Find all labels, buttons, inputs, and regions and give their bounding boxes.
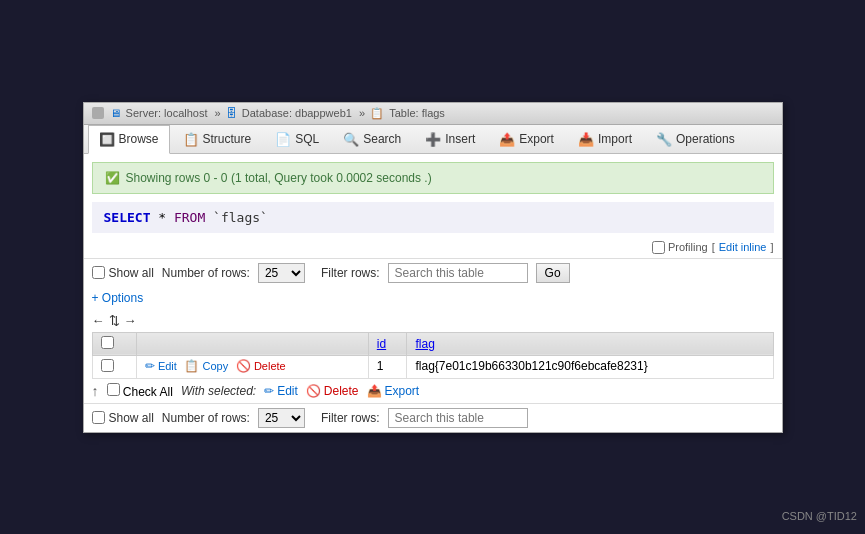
sort-id-link[interactable]: id (377, 337, 386, 351)
navbar: 🔲 Browse 📋 Structure 📄 SQL 🔍 Search ➕ In… (84, 125, 782, 154)
sql-icon: 📄 (275, 132, 291, 147)
ws-edit-button[interactable]: ✏ Edit (264, 384, 298, 398)
row-checkbox[interactable] (101, 359, 114, 372)
structure-icon: 📋 (183, 132, 199, 147)
nav-sql[interactable]: 📄 SQL (264, 125, 330, 153)
up-arrow-icon: ↑ (92, 383, 99, 399)
row-flag-value: flag{7e01c19b66330b121c90f6ebcafe8231} (415, 359, 647, 373)
ws-export-button[interactable]: 📤 Export (367, 384, 420, 398)
th-checkbox (92, 332, 136, 355)
rows-select-top[interactable]: 25 50 100 250 500 (258, 263, 305, 283)
main-window: 🖥 Server: localhost » 🗄 Database: dbappw… (83, 102, 783, 433)
delete-row-icon[interactable]: 🚫 (236, 359, 251, 373)
nav-sql-label: SQL (295, 132, 319, 146)
filter-input-bottom[interactable] (388, 408, 528, 428)
nav-import[interactable]: 📥 Import (567, 125, 643, 153)
success-text: Showing rows 0 - 0 (1 total, Query took … (126, 171, 432, 185)
row-id-value: 1 (377, 359, 384, 373)
with-selected-label: With selected: (181, 384, 256, 398)
show-all-bottom-label: Show all (92, 411, 154, 425)
number-of-rows-bottom-label: Number of rows: (162, 411, 250, 425)
data-table-wrapper: id flag ✏ Edit (84, 332, 782, 379)
check-all-label: Check All (107, 383, 173, 399)
operations-icon: 🔧 (656, 132, 672, 147)
options-link[interactable]: + Options (92, 291, 144, 305)
nav-operations[interactable]: 🔧 Operations (645, 125, 746, 153)
arrow-left[interactable]: ← (92, 313, 105, 328)
th-actions (136, 332, 368, 355)
sql-query-display: SELECT * FROM `flags` (92, 202, 774, 233)
sort-icon[interactable]: ⇅ (109, 313, 120, 328)
copy-row-link[interactable]: Copy (203, 360, 229, 372)
nav-import-label: Import (598, 132, 632, 146)
sql-from-keyword: FROM (174, 210, 205, 225)
sort-flag-link[interactable]: flag (415, 337, 434, 351)
nav-arrows: ← ⇅ → (84, 309, 782, 332)
table-link[interactable]: 📋 Table: flags (370, 107, 447, 119)
go-button-top[interactable]: Go (536, 263, 570, 283)
with-selected-row: ↑ Check All With selected: ✏ Edit 🚫 Dele… (84, 379, 782, 403)
profiling-checkbox[interactable] (652, 241, 665, 254)
table-header-row: id flag (92, 332, 773, 355)
nav-structure[interactable]: 📋 Structure (172, 125, 263, 153)
arrow-right[interactable]: → (124, 313, 137, 328)
content-area: ✅ Showing rows 0 - 0 (1 total, Query too… (84, 162, 782, 432)
sql-star: * (158, 210, 174, 225)
import-icon: 📥 (578, 132, 594, 147)
table-row: ✏ Edit 📋 Copy 🚫 Delete 1 flag{7e01c19b66… (92, 355, 773, 378)
th-flag: flag (407, 332, 773, 355)
profiling-label: Profiling (652, 241, 708, 254)
copy-row-icon[interactable]: 📋 (184, 359, 199, 373)
header-checkbox[interactable] (101, 336, 114, 349)
delete-row-link[interactable]: Delete (254, 360, 286, 372)
export-icon: 📤 (499, 132, 515, 147)
filter-input-top[interactable] (388, 263, 528, 283)
show-all-top-checkbox[interactable] (92, 266, 105, 279)
top-table-controls: Show all Number of rows: 25 50 100 250 5… (84, 258, 782, 287)
check-all-checkbox[interactable] (107, 383, 120, 396)
edit-inline-link[interactable]: Edit inline (719, 241, 767, 253)
nav-insert-label: Insert (445, 132, 475, 146)
nav-export-label: Export (519, 132, 554, 146)
titlebar: 🖥 Server: localhost » 🗄 Database: dbappw… (84, 103, 782, 125)
insert-icon: ➕ (425, 132, 441, 147)
row-actions-cell: ✏ Edit 📋 Copy 🚫 Delete (136, 355, 368, 378)
number-of-rows-top-label: Number of rows: (162, 266, 250, 280)
success-icon: ✅ (105, 171, 120, 185)
rows-select-bottom[interactable]: 25 50 100 250 500 (258, 408, 305, 428)
nav-insert[interactable]: ➕ Insert (414, 125, 486, 153)
nav-export[interactable]: 📤 Export (488, 125, 565, 153)
ws-delete-icon: 🚫 (306, 384, 321, 398)
nav-structure-label: Structure (203, 132, 252, 146)
nav-browse-label: Browse (119, 132, 159, 146)
close-icon[interactable] (92, 107, 104, 119)
filter-rows-bottom-label: Filter rows: (321, 411, 380, 425)
ws-export-icon: 📤 (367, 384, 382, 398)
watermark: CSDN @TID12 (782, 510, 857, 522)
edit-row-link[interactable]: Edit (158, 360, 177, 372)
breadcrumb: 🖥 Server: localhost » 🗄 Database: dbappw… (110, 107, 447, 120)
database-link[interactable]: 🗄 Database: dbappweb1 (226, 107, 354, 119)
row-flag-cell: flag{7e01c19b66330b121c90f6ebcafe8231} (407, 355, 773, 378)
success-message: ✅ Showing rows 0 - 0 (1 total, Query too… (92, 162, 774, 194)
nav-browse[interactable]: 🔲 Browse (88, 125, 170, 154)
show-all-top-label: Show all (92, 266, 154, 280)
search-icon: 🔍 (343, 132, 359, 147)
ws-delete-button[interactable]: 🚫 Delete (306, 384, 359, 398)
row-id-cell: 1 (368, 355, 407, 378)
ws-edit-icon: ✏ (264, 384, 274, 398)
nav-search-label: Search (363, 132, 401, 146)
sql-table-name: `flags` (213, 210, 268, 225)
server-link[interactable]: 🖥 Server: localhost (110, 107, 210, 119)
row-checkbox-cell (92, 355, 136, 378)
data-table: id flag ✏ Edit (92, 332, 774, 379)
show-all-bottom-checkbox[interactable] (92, 411, 105, 424)
profiling-row: Profiling [ Edit inline ] (84, 237, 782, 258)
bottom-table-controls: Show all Number of rows: 25 50 100 250 5… (84, 403, 782, 432)
th-id: id (368, 332, 407, 355)
sql-select-keyword: SELECT (104, 210, 151, 225)
edit-row-icon[interactable]: ✏ (145, 359, 155, 373)
options-row: + Options (84, 287, 782, 309)
nav-operations-label: Operations (676, 132, 735, 146)
nav-search[interactable]: 🔍 Search (332, 125, 412, 153)
